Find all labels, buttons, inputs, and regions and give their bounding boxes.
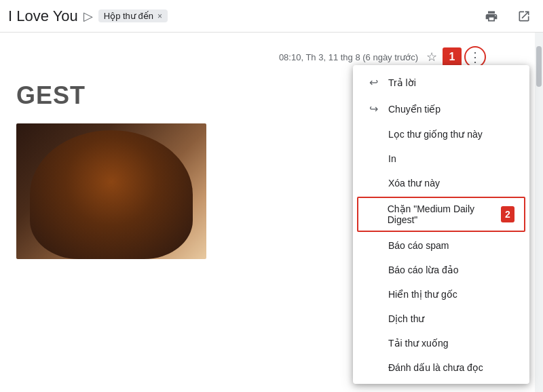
menu-item-download-label: Tải thư xuống	[388, 338, 448, 349]
menu-item-block[interactable]: Chặn "Medium Daily Digest" 2	[357, 197, 525, 232]
top-bar: I Love You ▷ Hộp thư đến ×	[0, 0, 543, 33]
menu-item-unread-label: Đánh dấu là chưa đọc	[388, 362, 483, 373]
menu-item-filter-label: Lọc thư giống thư này	[388, 129, 483, 140]
forward-icon: ↪	[367, 102, 380, 115]
menu-item-delete-label: Xóa thư này	[388, 178, 440, 189]
number-badge-1: 1	[443, 47, 462, 66]
menu-item-phishing[interactable]: Báo cáo lừa đảo	[353, 258, 529, 282]
print-button[interactable]	[481, 5, 502, 27]
menu-item-reply-label: Trả lời	[388, 77, 416, 88]
menu-item-print-label: In	[388, 153, 396, 164]
email-area: 08:10, Th 3, 11 thg 8 (6 ngày trước) ☆ 1…	[0, 33, 543, 392]
top-bar-icons	[481, 5, 535, 27]
menu-item-unread[interactable]: Đánh dấu là chưa đọc	[353, 355, 529, 380]
number-badge-2: 2	[501, 206, 514, 222]
reply-icon: ↩	[367, 76, 380, 89]
menu-item-forward[interactable]: ↪ Chuyển tiếp	[353, 96, 529, 122]
scrollbar-thumb	[536, 46, 542, 87]
menu-item-original[interactable]: Hiển thị thư gốc	[353, 282, 529, 307]
scrollbar[interactable]	[535, 33, 543, 392]
external-link-button[interactable]	[513, 5, 535, 27]
menu-item-translate-label: Dịch thư	[388, 313, 424, 324]
menu-item-phishing-label: Báo cáo lừa đảo	[388, 264, 459, 275]
menu-item-forward-label: Chuyển tiếp	[388, 104, 441, 115]
tag-close-icon[interactable]: ×	[157, 12, 162, 21]
dropdown-menu: ↩ Trả lời ↪ Chuyển tiếp Lọc thư giống th…	[353, 65, 529, 384]
page-title: I Love You	[8, 7, 78, 25]
menu-item-original-label: Hiển thị thư gốc	[388, 289, 457, 300]
email-timestamp: 08:10, Th 3, 11 thg 8 (6 ngày trước)	[279, 52, 418, 62]
star-icon[interactable]: ☆	[426, 50, 437, 64]
menu-item-print[interactable]: In	[353, 146, 529, 171]
menu-item-translate[interactable]: Dịch thư	[353, 307, 529, 331]
email-image	[16, 123, 206, 259]
menu-item-spam[interactable]: Báo cáo spam	[353, 233, 529, 258]
breadcrumb-arrow: ▷	[83, 9, 93, 24]
menu-item-spam-label: Báo cáo spam	[388, 240, 449, 251]
menu-item-block-label: Chặn "Medium Daily Digest"	[388, 203, 487, 225]
menu-item-reply[interactable]: ↩ Trả lời	[353, 69, 529, 96]
menu-item-delete[interactable]: Xóa thư này	[353, 171, 529, 195]
menu-item-download[interactable]: Tải thư xuống	[353, 331, 529, 355]
menu-item-filter[interactable]: Lọc thư giống thư này	[353, 122, 529, 146]
tag-chip[interactable]: Hộp thư đến ×	[98, 9, 168, 22]
tag-label: Hộp thư đến	[104, 11, 153, 21]
